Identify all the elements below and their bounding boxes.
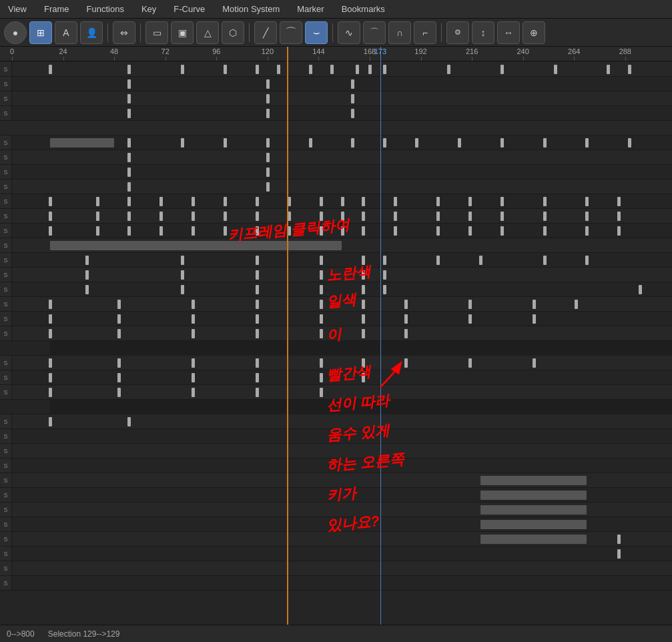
track-row[interactable] [0, 121, 672, 135]
keyframe[interactable] [341, 226, 344, 236]
keyframe[interactable] [192, 300, 195, 309]
keyframe[interactable] [256, 270, 259, 280]
keyframe[interactable] [585, 226, 589, 236]
keyframe[interactable] [320, 212, 323, 221]
menu-motion-system[interactable]: Motion System [220, 3, 282, 15]
keyframe[interactable] [96, 212, 99, 221]
keyframe[interactable] [320, 300, 323, 309]
keyframe[interactable] [127, 226, 131, 236]
keyframe-block[interactable] [480, 520, 587, 529]
track-row[interactable]: S [0, 503, 672, 517]
keyframe[interactable] [224, 226, 227, 236]
keyframe[interactable] [266, 79, 270, 89]
keyframe[interactable] [500, 212, 504, 221]
keyframe[interactable] [181, 285, 184, 294]
keyframe[interactable] [341, 212, 344, 221]
keyframe[interactable] [96, 226, 99, 236]
keyframe[interactable] [288, 197, 291, 206]
keyframe[interactable] [330, 65, 334, 74]
keyframe[interactable] [117, 388, 121, 397]
keyframe[interactable] [49, 226, 52, 236]
track-row[interactable]: S [0, 370, 672, 385]
keyframe[interactable] [256, 329, 259, 338]
track-row[interactable]: S [0, 517, 672, 532]
keyframe[interactable] [468, 212, 472, 221]
track-row[interactable]: S [0, 106, 672, 121]
keyframe[interactable] [468, 358, 472, 368]
keyframe[interactable] [404, 329, 408, 338]
keyframe[interactable] [85, 270, 89, 280]
keyframe[interactable] [192, 388, 195, 397]
keyframe[interactable] [383, 65, 386, 74]
track-row[interactable]: S [0, 150, 672, 165]
keyframe[interactable] [266, 182, 270, 192]
keyframe[interactable] [256, 285, 259, 294]
keyframe[interactable] [362, 226, 365, 236]
keyframe[interactable] [49, 197, 52, 206]
keyframe[interactable] [479, 256, 482, 265]
keyframe[interactable] [351, 79, 354, 89]
keyframe[interactable] [458, 138, 461, 147]
tool-handle2[interactable]: ↕ [472, 21, 494, 44]
keyframe[interactable] [404, 358, 408, 368]
keyframe[interactable] [533, 314, 536, 324]
menu-functions[interactable]: Functions [84, 3, 127, 15]
keyframe[interactable] [585, 138, 589, 147]
keyframe[interactable] [447, 65, 450, 74]
keyframe[interactable] [543, 226, 547, 236]
keyframe[interactable] [533, 300, 536, 309]
keyframe[interactable] [192, 226, 195, 236]
keyframe[interactable] [368, 65, 372, 74]
keyframe[interactable] [224, 197, 227, 206]
keyframe[interactable] [415, 138, 418, 147]
keyframe[interactable] [117, 358, 121, 368]
keyframe[interactable] [127, 197, 131, 206]
keyframe[interactable] [256, 212, 259, 221]
keyframe[interactable] [341, 197, 344, 206]
keyframe[interactable] [49, 373, 52, 382]
keyframe[interactable] [192, 197, 195, 206]
keyframe[interactable] [351, 138, 354, 147]
keyframe[interactable] [192, 329, 195, 338]
keyframe[interactable] [49, 358, 52, 368]
menu-fcurve[interactable]: F-Curve [171, 3, 208, 15]
tool-handle4[interactable]: ⊕ [523, 21, 545, 44]
keyframe[interactable] [320, 314, 323, 324]
keyframe[interactable] [468, 226, 472, 236]
track-row[interactable]: S [0, 180, 672, 194]
keyframe[interactable] [320, 197, 323, 206]
track-row[interactable]: S [0, 224, 672, 238]
keyframe[interactable] [356, 65, 359, 74]
keyframe[interactable] [192, 358, 195, 368]
keyframe[interactable] [49, 212, 52, 221]
keyframe[interactable] [383, 285, 386, 294]
track-row[interactable] [0, 400, 672, 414]
keyframe[interactable] [320, 285, 323, 294]
keyframe[interactable] [362, 212, 365, 221]
track-row[interactable]: S [0, 312, 672, 326]
track-row[interactable]: S [0, 91, 672, 106]
keyframe[interactable] [362, 358, 365, 368]
keyframe[interactable] [617, 212, 621, 221]
track-row[interactable]: S [0, 62, 672, 77]
keyframe[interactable] [320, 373, 323, 382]
keyframe[interactable] [554, 65, 557, 74]
track-row[interactable]: S [0, 458, 672, 473]
track-row[interactable]: S [0, 77, 672, 91]
keyframe-block[interactable] [480, 505, 587, 515]
keyframe[interactable] [224, 212, 227, 221]
keyframe[interactable] [543, 212, 547, 221]
keyframe[interactable] [628, 138, 631, 147]
keyframe[interactable] [351, 94, 354, 103]
keyframe[interactable] [181, 138, 184, 147]
track-row[interactable]: S [0, 429, 672, 444]
keyframe[interactable] [224, 65, 227, 74]
keyframe-block[interactable] [480, 535, 587, 544]
keyframe[interactable] [49, 314, 52, 324]
keyframe[interactable] [362, 197, 365, 206]
keyframe[interactable] [468, 300, 472, 309]
tool-curve[interactable]: ⌣ [305, 21, 328, 44]
tool-triangle[interactable]: △ [196, 21, 219, 44]
tool-arc2[interactable]: ∩ [388, 21, 411, 44]
keyframe[interactable] [256, 358, 259, 368]
